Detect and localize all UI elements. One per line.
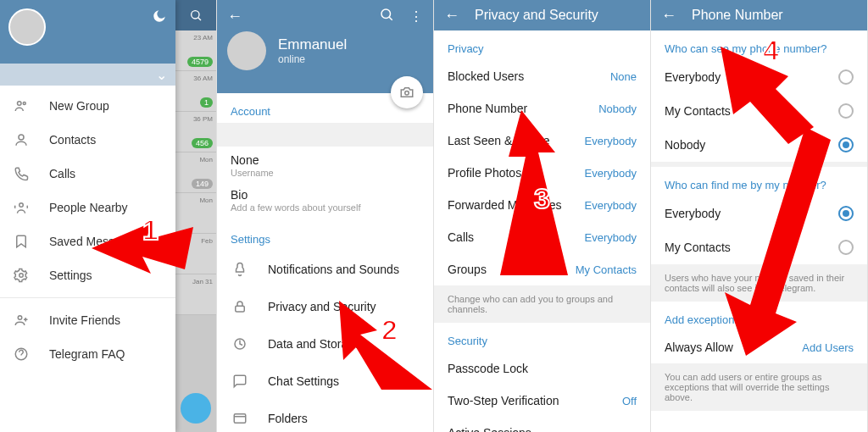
chat-list-peek: 23 AM457936 AM136 PM456Mon149MonFebJan 3… xyxy=(175,0,216,432)
label: Passcode Lock xyxy=(448,362,528,375)
time: Mon xyxy=(199,197,213,204)
row-icon xyxy=(231,336,249,352)
time: Mon xyxy=(199,156,213,163)
settings-section-title: Settings xyxy=(217,221,433,251)
privacy-section-title: Privacy xyxy=(434,30,650,60)
profile-status: online xyxy=(278,53,347,65)
time: Feb xyxy=(201,237,213,245)
chat-row[interactable]: Mon149 xyxy=(175,152,216,193)
value: Everybody xyxy=(585,199,637,212)
phone-header: ← Phone Number xyxy=(651,0,867,30)
note-exceptions: You can add users or entire groups as ex… xyxy=(651,363,867,411)
moon-icon[interactable] xyxy=(152,8,167,28)
label: Calls xyxy=(448,230,474,244)
time: Jan 31 xyxy=(192,278,213,285)
label: Invite Friends xyxy=(49,313,120,327)
security-section-title: Security xyxy=(434,323,650,352)
search-icon xyxy=(189,8,203,22)
security-passcode-lock[interactable]: Passcode Lock xyxy=(434,352,650,385)
back-icon[interactable]: ← xyxy=(444,7,459,25)
settings-header: ← ⋮ Emmanuel online xyxy=(217,0,433,93)
more-icon[interactable]: ⋮ xyxy=(409,8,423,25)
time: 36 PM xyxy=(193,115,213,123)
label: People Nearby xyxy=(49,201,128,214)
label: Groups xyxy=(448,263,487,276)
unread-badge: 149 xyxy=(192,179,213,189)
chevron-down-icon: ⌄ xyxy=(156,67,167,83)
profile-name: Emmanuel xyxy=(278,36,347,53)
page-title: Phone Number xyxy=(692,8,783,23)
privacy-header: ← Privacy and Security xyxy=(434,0,650,30)
add-person-icon xyxy=(12,311,31,330)
label: New Group xyxy=(49,99,109,113)
row-icon xyxy=(231,411,249,426)
privacy-blocked-users[interactable]: Blocked UsersNone xyxy=(434,60,650,92)
unread-badge: 456 xyxy=(192,138,213,148)
svg-rect-12 xyxy=(234,414,246,424)
camera-icon xyxy=(399,85,415,100)
value: My Contacts xyxy=(576,263,637,276)
row-icon xyxy=(231,262,249,277)
compose-fab[interactable] xyxy=(181,393,211,424)
divider xyxy=(0,297,175,298)
drawer-header xyxy=(0,0,175,64)
row-icon xyxy=(231,374,249,389)
svg-point-8 xyxy=(381,9,391,19)
security-active-sessions[interactable]: Active Sessions xyxy=(434,417,650,432)
chat-row[interactable]: 36 AM1 xyxy=(175,71,216,112)
chat-row[interactable]: 36 PM456 xyxy=(175,112,216,152)
label: Nobody xyxy=(665,138,705,152)
svg-point-3 xyxy=(19,203,24,208)
avatar[interactable] xyxy=(8,8,46,46)
search-icon[interactable] xyxy=(379,7,394,25)
menu-faq[interactable]: Telegram FAQ xyxy=(0,337,175,371)
menu-invite-friends[interactable]: Invite Friends xyxy=(0,303,175,337)
label: Chat Settings xyxy=(268,374,339,388)
back-icon[interactable]: ← xyxy=(227,8,242,25)
label: Blocked Users xyxy=(448,69,524,83)
value: Everybody xyxy=(585,135,637,147)
time: 36 AM xyxy=(193,75,213,82)
account-switcher[interactable]: ⌄ xyxy=(0,64,175,86)
step-4-arrow: 4 xyxy=(704,42,856,359)
security-two-step-verification[interactable]: Two-Step VerificationOff xyxy=(434,385,650,417)
settings-folders[interactable]: Folders xyxy=(217,400,433,432)
label: Notifications and Sounds xyxy=(268,263,399,276)
camera-fab[interactable] xyxy=(391,76,423,108)
value: Everybody xyxy=(585,167,637,180)
back-icon[interactable]: ← xyxy=(661,7,676,25)
search-strip[interactable] xyxy=(175,0,216,30)
unread-badge: 1 xyxy=(200,97,213,108)
value: Nobody xyxy=(598,102,637,115)
row-icon xyxy=(231,299,249,314)
step-3-arrow: 3 xyxy=(487,110,581,283)
label: Two-Step Verification xyxy=(448,394,559,407)
svg-point-1 xyxy=(23,102,25,105)
label: Folders xyxy=(268,412,308,425)
svg-point-4 xyxy=(19,274,24,278)
label: Telegram FAQ xyxy=(49,347,125,361)
value: Everybody xyxy=(585,231,637,244)
svg-point-7 xyxy=(192,11,199,19)
step-2-arrow: 2 xyxy=(331,296,449,402)
gear-icon xyxy=(12,266,31,285)
page-title: Privacy and Security xyxy=(475,8,598,23)
privacy-footer: Change who can add you to groups and cha… xyxy=(434,285,650,323)
time: 23 AM xyxy=(193,34,213,42)
svg-point-9 xyxy=(405,91,409,96)
bio-row[interactable]: Bio Add a few words about yourself xyxy=(217,186,433,221)
label: Active Sessions xyxy=(448,426,531,432)
label: Contacts xyxy=(49,133,96,147)
svg-point-2 xyxy=(19,135,24,140)
chat-row[interactable]: 23 AM4579 xyxy=(175,30,216,71)
settings-notifications-and-sounds[interactable]: Notifications and Sounds xyxy=(217,251,433,288)
label: Calls xyxy=(49,167,75,180)
people-icon xyxy=(12,97,31,115)
step-1-arrow: 1 xyxy=(92,219,193,281)
menu-contacts[interactable]: Contacts xyxy=(0,123,175,157)
menu-calls[interactable]: Calls xyxy=(0,157,175,191)
username-row[interactable]: None Username xyxy=(217,152,433,186)
menu-new-group[interactable]: New Group xyxy=(0,89,175,123)
avatar[interactable] xyxy=(227,31,266,70)
value: Off xyxy=(622,395,637,407)
